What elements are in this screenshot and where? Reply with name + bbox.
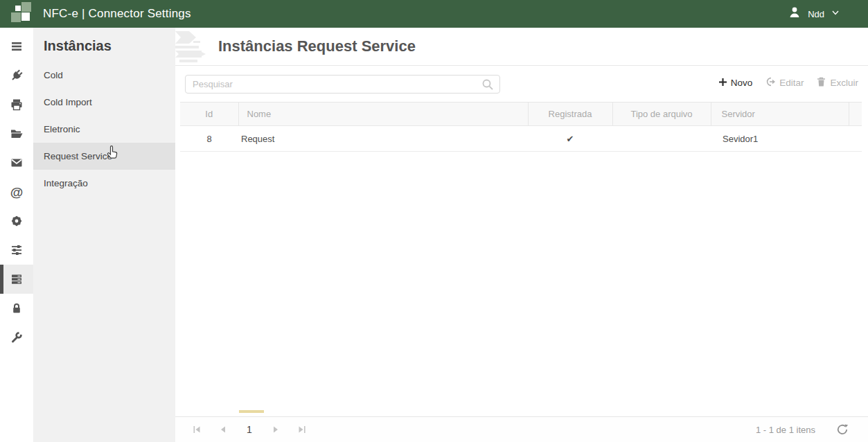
logo-square — [15, 6, 21, 11]
column-header-id[interactable]: Id — [180, 103, 238, 126]
novo-button[interactable]: Novo — [718, 78, 753, 89]
app-window: NFC-e | Connector Settings Ndd @ — [0, 0, 868, 442]
first-page-button[interactable] — [186, 421, 207, 439]
user-menu[interactable]: Ndd — [788, 6, 840, 22]
sidebar-instancias: Instâncias Cold Cold Import Eletronic Re… — [33, 28, 175, 442]
editar-button[interactable]: Editar — [765, 76, 804, 89]
cell-nome: Request — [238, 126, 528, 152]
sidebar-item-request-service[interactable]: Request Service — [33, 143, 175, 170]
at-icon[interactable]: @ — [0, 177, 33, 206]
sidebar-item-integracao[interactable]: Integração — [33, 170, 175, 197]
document-arrow-watermark-icon — [175, 31, 218, 67]
column-header-tipo-de-arquivo[interactable]: Tipo de arquivo — [612, 103, 711, 126]
envelope-icon[interactable] — [0, 148, 33, 177]
app-title: NFC-e | Connector Settings — [43, 7, 191, 21]
cell-tipo-de-arquivo — [612, 126, 711, 152]
search-box — [185, 75, 500, 94]
grid-header-row: Id Nome Registrada Tipo de arquivo Servi… — [180, 103, 862, 126]
grid-pager: 1 1 - 1 de 1 itens — [175, 416, 868, 442]
wrench-icon[interactable] — [0, 323, 33, 352]
last-page-button[interactable] — [292, 421, 312, 439]
sidebar-item-eletronic[interactable]: Eletronic — [33, 116, 175, 143]
check-icon: ✔ — [567, 134, 574, 144]
selected-page-indicator — [239, 410, 264, 413]
plug-icon[interactable] — [0, 61, 33, 90]
column-header-nome[interactable]: Nome — [238, 103, 528, 126]
pager-info: 1 - 1 de 1 itens — [756, 425, 815, 435]
page-header: Instâncias Request Service — [175, 28, 868, 66]
icon-rail: @ — [0, 28, 33, 442]
grid-actions: Novo Editar Excluir — [718, 76, 858, 89]
page-1-button[interactable]: 1 — [239, 421, 260, 439]
chevron-down-icon — [831, 8, 840, 20]
main-content: Instâncias Request Service Novo Editar — [175, 28, 868, 442]
instances-grid: Id Nome Registrada Tipo de arquivo Servi… — [180, 102, 862, 152]
cell-id: 8 — [180, 126, 238, 152]
user-name: Ndd — [808, 9, 824, 19]
sliders-icon[interactable] — [0, 236, 33, 265]
edit-exit-icon — [765, 76, 776, 89]
top-bar: NFC-e | Connector Settings Ndd — [0, 0, 868, 28]
cell-servidor: Sevidor1 — [711, 126, 849, 152]
sidebar-title: Instâncias — [33, 28, 175, 62]
sidebar-item-cold[interactable]: Cold — [33, 62, 175, 89]
sidebar-item-cold-import[interactable]: Cold Import — [33, 89, 175, 116]
server-list-icon[interactable] — [0, 265, 33, 294]
app-logo — [6, 0, 36, 28]
cell-registrada: ✔ — [528, 126, 612, 152]
excluir-button[interactable]: Excluir — [816, 76, 858, 89]
logo-square — [21, 12, 30, 21]
search-input[interactable] — [186, 79, 481, 89]
plus-icon — [718, 78, 727, 89]
lock-icon[interactable] — [0, 294, 33, 323]
column-header-filler — [849, 103, 862, 126]
cell-filler — [849, 126, 862, 152]
previous-page-button[interactable] — [213, 421, 233, 439]
refresh-button[interactable] — [836, 423, 849, 436]
folder-open-icon[interactable] — [0, 119, 33, 148]
logo-square — [11, 12, 21, 22]
column-header-registrada[interactable]: Registrada — [528, 103, 612, 126]
gear-icon[interactable] — [0, 206, 33, 236]
column-header-servidor[interactable]: Servidor — [711, 103, 849, 126]
trash-icon — [816, 76, 826, 89]
page-title: Instâncias Request Service — [218, 37, 416, 55]
table-row[interactable]: 8 Request ✔ Sevidor1 — [180, 126, 862, 152]
user-icon — [788, 6, 801, 22]
menu-icon[interactable] — [0, 32, 33, 61]
logo-square — [21, 2, 31, 12]
next-page-button[interactable] — [265, 421, 286, 439]
search-icon[interactable] — [481, 78, 494, 91]
printer-icon[interactable] — [0, 90, 33, 119]
